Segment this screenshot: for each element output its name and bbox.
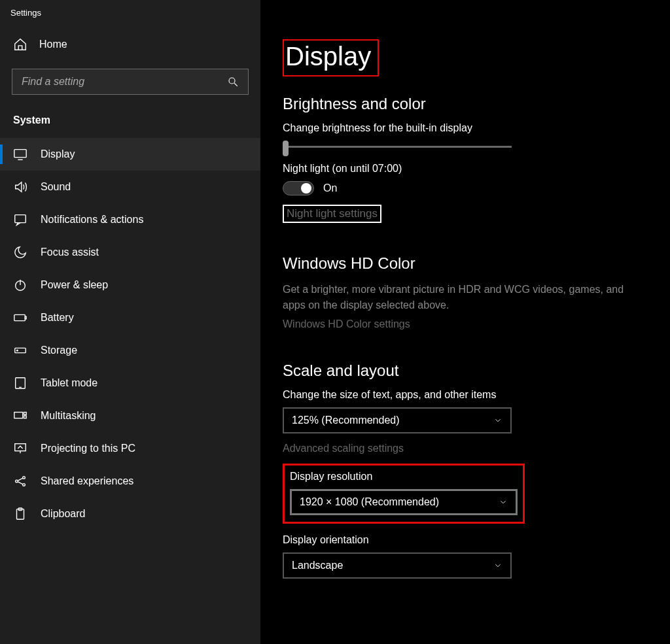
scale-header: Scale and layout [283, 362, 644, 380]
svg-rect-13 [14, 413, 23, 418]
hd-color-desc: Get a brighter, more vibrant picture in … [283, 282, 636, 313]
orientation-combo[interactable]: Landscape [283, 552, 512, 579]
orientation-label: Display orientation [283, 534, 644, 546]
notifications-icon [13, 212, 27, 227]
sidebar-item-focus[interactable]: Focus assist [0, 236, 260, 269]
sidebar-item-power[interactable]: Power & sleep [0, 269, 260, 301]
toggle-knob [301, 183, 311, 194]
home-button[interactable]: Home [0, 31, 260, 58]
focus-icon [13, 245, 27, 260]
svg-line-21 [18, 482, 22, 484]
slider-thumb[interactable] [283, 141, 289, 156]
sidebar-item-label: Shared experiences [41, 475, 133, 487]
sidebar-item-display[interactable]: Display [0, 138, 260, 171]
projecting-icon [13, 441, 27, 456]
tablet-icon [13, 376, 27, 390]
sidebar-item-label: Display [41, 148, 75, 160]
sidebar-item-tablet[interactable]: Tablet mode [0, 367, 260, 399]
svg-line-1 [234, 83, 238, 86]
svg-point-10 [17, 350, 18, 351]
night-light-label: Night light (on until 07:00) [283, 163, 644, 175]
sidebar-item-label: Power & sleep [41, 279, 108, 291]
brightness-slider[interactable] [283, 141, 512, 154]
chevron-down-icon [499, 498, 508, 507]
search-box[interactable] [12, 69, 249, 95]
svg-rect-14 [24, 413, 27, 415]
sidebar-item-label: Focus assist [41, 246, 99, 258]
multitasking-icon [13, 409, 27, 423]
svg-rect-8 [25, 316, 26, 319]
sidebar-item-label: Tablet mode [41, 377, 97, 389]
night-light-settings-link[interactable]: Night light settings [283, 205, 381, 223]
chevron-down-icon [493, 561, 502, 570]
hd-color-header: Windows HD Color [283, 254, 644, 273]
advanced-scaling-link[interactable]: Advanced scaling settings [283, 443, 404, 454]
svg-rect-2 [14, 150, 26, 158]
home-icon [13, 37, 27, 52]
night-light-state: On [323, 182, 337, 194]
resolution-value: 1920 × 1080 (Recommended) [300, 496, 439, 508]
sidebar-item-label: Storage [41, 345, 77, 356]
clipboard-icon [13, 507, 27, 521]
sidebar-item-label: Sound [41, 181, 71, 193]
text-size-value: 125% (Recommended) [292, 415, 400, 426]
brightness-header: Brightness and color [283, 95, 644, 113]
nav-list: Display Sound Notifications & actions Fo… [0, 138, 260, 530]
svg-rect-16 [15, 444, 26, 451]
svg-point-18 [23, 477, 26, 479]
sidebar-item-multitasking[interactable]: Multitasking [0, 399, 260, 432]
night-light-toggle[interactable] [283, 181, 314, 195]
sidebar-item-projecting[interactable]: Projecting to this PC [0, 432, 260, 465]
home-label: Home [39, 39, 67, 50]
shared-icon [13, 474, 27, 488]
sidebar-item-label: Clipboard [41, 508, 85, 520]
sidebar-item-label: Multitasking [41, 410, 96, 422]
text-size-combo[interactable]: 125% (Recommended) [283, 407, 512, 433]
sound-icon [13, 180, 27, 194]
slider-track [283, 146, 512, 148]
sidebar-item-shared[interactable]: Shared experiences [0, 465, 260, 498]
sidebar-item-storage[interactable]: Storage [0, 334, 260, 367]
svg-point-19 [23, 484, 26, 486]
svg-rect-4 [15, 215, 26, 223]
sidebar-item-label: Notifications & actions [41, 214, 143, 226]
sidebar: Settings Home System Display Sound [0, 0, 260, 644]
svg-rect-7 [14, 314, 26, 320]
storage-icon [13, 343, 27, 358]
battery-icon [13, 311, 27, 325]
resolution-label: Display resolution [290, 471, 518, 483]
group-header: System [0, 109, 260, 138]
main-content: Display Brightness and color Change brig… [260, 0, 670, 644]
sidebar-item-battery[interactable]: Battery [0, 301, 260, 334]
power-icon [13, 278, 27, 292]
svg-point-0 [229, 78, 235, 84]
search-input[interactable] [22, 76, 227, 88]
sidebar-item-sound[interactable]: Sound [0, 171, 260, 203]
sidebar-item-label: Battery [41, 312, 74, 324]
svg-line-20 [18, 478, 22, 481]
search-icon [227, 76, 239, 88]
sidebar-item-clipboard[interactable]: Clipboard [0, 498, 260, 530]
hd-color-settings-link[interactable]: Windows HD Color settings [283, 318, 410, 330]
display-icon [13, 147, 27, 161]
chevron-down-icon [493, 416, 502, 425]
text-size-label: Change the size of text, apps, and other… [283, 389, 644, 401]
sidebar-item-label: Projecting to this PC [41, 443, 135, 454]
resolution-combo[interactable]: 1920 × 1080 (Recommended) [290, 489, 518, 515]
sidebar-item-notifications[interactable]: Notifications & actions [0, 203, 260, 236]
brightness-label: Change brightness for the built-in displ… [283, 122, 644, 134]
orientation-value: Landscape [292, 560, 343, 571]
page-title: Display [283, 39, 379, 76]
svg-rect-15 [24, 416, 27, 418]
svg-point-17 [16, 480, 18, 483]
window-title: Settings [0, 8, 260, 31]
resolution-highlight: Display resolution 1920 × 1080 (Recommen… [283, 464, 525, 524]
